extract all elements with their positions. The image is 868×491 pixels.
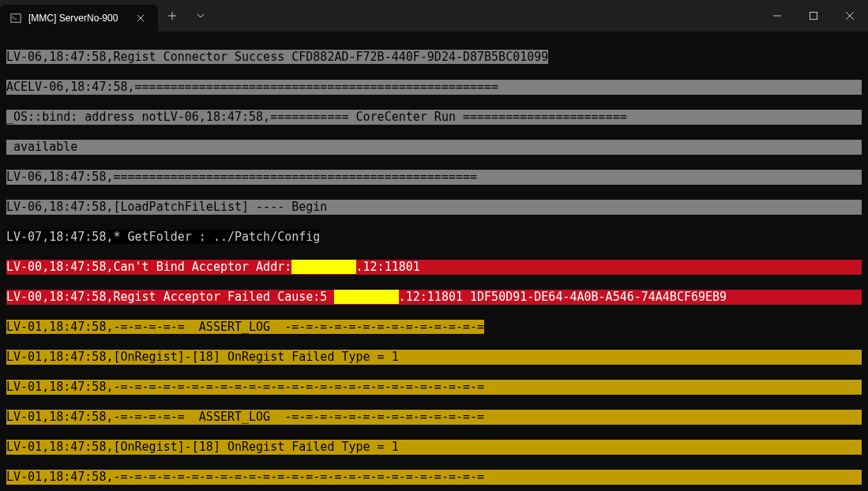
log-line: LV-01,18:47:58,-=-=-=-=-= ASSERT_LOG -=-… [6, 320, 484, 334]
log-line: LV-00,18:47:58,Can't Bind Acceptor Addr: [6, 260, 291, 274]
log-line: _OS::bind: address not [6, 110, 163, 124]
log-line: LV-01,18:47:58,[OnRegist]-[18] OnRegist … [6, 440, 862, 455]
log-line: LV-01,18:47:58,[OnRegist]-[18] OnRegist … [6, 350, 862, 365]
tab-close-button[interactable] [133, 10, 148, 26]
close-button[interactable] [832, 0, 868, 32]
log-line: .12:11801 1DF50D91-DE64-4A0B-A546-74A4BC… [399, 290, 727, 304]
maximize-button[interactable] [795, 0, 832, 32]
log-line: LV-01,18:47:58,-=-=-=-=-=-=-=-=-=-=-=-=-… [6, 470, 862, 485]
tab-title: [MMC] ServerNo-900 [28, 13, 126, 24]
log-line: LV-06,18:47:58,=========================… [6, 170, 862, 185]
redacted-ip [334, 290, 398, 304]
tab-dropdown-button[interactable] [186, 0, 215, 32]
terminal-output[interactable]: LV-06,18:47:58,Regist Connector Success … [0, 32, 868, 491]
minimize-button[interactable] [759, 0, 795, 32]
log-line: .12:11801 [356, 260, 420, 274]
log-line: LV-06,18:47:58,Regist Connector Success … [6, 50, 548, 64]
log-line: LV-01,18:47:58,-=-=-=-=-=-=-=-=-=-=-=-=-… [6, 380, 862, 395]
terminal-icon [9, 12, 22, 24]
log-line: LV-01,18:47:58,-=-=-=-=-= ASSERT_LOG -=-… [6, 410, 862, 425]
log-line: LV-06,18:47:58,[LoadPatchFileList] ---- … [6, 200, 862, 215]
titlebar-drag-area[interactable] [215, 0, 759, 32]
new-tab-button[interactable] [158, 0, 186, 32]
log-line: available [6, 140, 862, 155]
log-line: LV-07,18:47:58,* GetFolder : ../Patch/Co… [6, 230, 320, 244]
svg-rect-0 [11, 14, 21, 23]
redacted-ip [291, 260, 355, 274]
log-line: LV-06,18:47:58,=========== CoreCenter Ru… [163, 110, 627, 124]
tab-active[interactable]: [MMC] ServerNo-900 [0, 5, 158, 32]
log-line: LV-06,18:47:58,=========================… [28, 80, 498, 94]
svg-rect-7 [810, 13, 817, 20]
log-line: LV-00,18:47:58,Regist Acceptor Failed Ca… [6, 290, 334, 304]
log-line: ACE [6, 80, 28, 94]
titlebar: [MMC] ServerNo-900 [0, 0, 868, 32]
